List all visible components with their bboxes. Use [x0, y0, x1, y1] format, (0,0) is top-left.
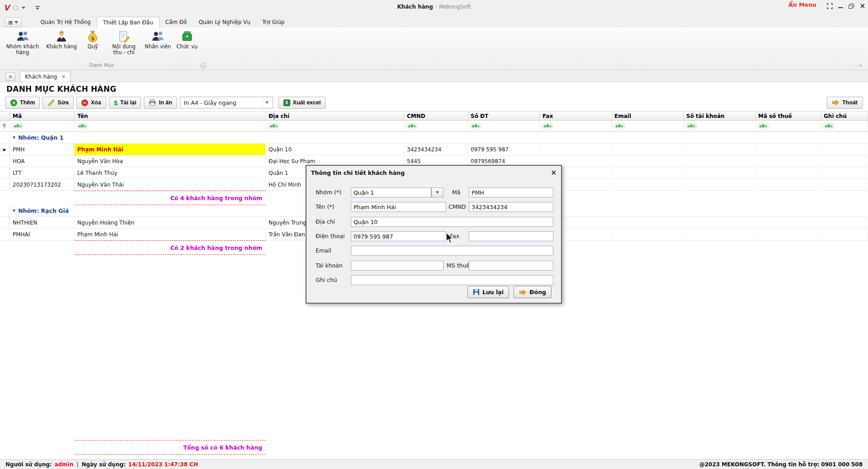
col-masothue[interactable]: Mã số thuế: [755, 112, 821, 120]
chevron-down-icon: ▼: [263, 98, 271, 107]
ribbon-tab-tro-giup[interactable]: Trợ Giúp: [256, 17, 291, 28]
filter-sodt[interactable]: aBc: [468, 121, 540, 131]
ribbon-item-quy[interactable]: $ Quỹ: [80, 29, 106, 50]
page-title: DANH MỤC KHÁCH HÀNG: [6, 84, 116, 94]
name-input[interactable]: [351, 202, 446, 212]
filter-sotaikhoan[interactable]: aBc: [684, 121, 755, 131]
minus-icon: −: [81, 99, 88, 106]
delete-button[interactable]: − Xóa: [76, 97, 106, 109]
auto-filter-icon: aBc: [542, 123, 553, 129]
filter-cmnd[interactable]: aBc: [404, 121, 468, 131]
filter-fax[interactable]: aBc: [540, 121, 612, 131]
quick-access-dropdown-icon[interactable]: [22, 7, 25, 9]
copyright-label: @2023 MEKONGSOFT. Thông tin hỗ trợ: 0901…: [699, 461, 863, 468]
ribbon-collapse-icon[interactable]: [858, 63, 863, 68]
filter-ma[interactable]: aBc: [10, 121, 75, 131]
ribbon-tab-cam-do[interactable]: Cầm Đồ: [160, 17, 193, 28]
export-excel-button[interactable]: X Xuất excel: [278, 97, 326, 109]
ribbon-item-chuc-vu[interactable]: Chức vụ: [174, 29, 200, 50]
hide-menu-link[interactable]: Ẩn Menu: [788, 1, 816, 8]
id-number-label: CMND: [448, 202, 466, 212]
date-value: 14/11/2023 1:47:38 CH: [128, 461, 198, 468]
group-collapse-icon[interactable]: ▼: [13, 209, 15, 213]
print-mode-select[interactable]: In A4 - Giấy ngang ▼: [180, 97, 273, 108]
col-ten[interactable]: Tên: [75, 112, 266, 120]
table-row[interactable]: ▶ PMH Phạm Minh Hải Quận 10 3423434234 0…: [0, 144, 868, 155]
ribbon-app-menu-button[interactable]: ▦: [5, 17, 22, 27]
customer-detail-dialog: Thông tin chi tiết khách hàng × Nhóm (*)…: [306, 165, 562, 304]
toolbar: + Thêm Sửa − Xóa $ Tải lại: [5, 96, 863, 109]
ribbon-tab-quan-tri-he-thong[interactable]: Quản Trị Hệ Thống: [34, 17, 96, 28]
window-title: Khách hàng- MekongSoft: [0, 4, 868, 10]
group-combo-input[interactable]: [351, 188, 431, 197]
filter-pin-cell[interactable]: [0, 121, 10, 131]
id-number-input[interactable]: [469, 202, 553, 212]
user-value: admin: [55, 461, 74, 468]
tax-code-input[interactable]: [469, 261, 553, 271]
tab-khach-hang[interactable]: Khách hàng ×: [20, 71, 71, 82]
tax-code-label: MS thuế: [447, 260, 470, 271]
filter-ghichu[interactable]: aBc: [821, 121, 868, 131]
add-button[interactable]: + Thêm: [5, 97, 40, 109]
close-window-icon[interactable]: ×: [859, 3, 865, 9]
address-input[interactable]: [351, 217, 553, 227]
col-ghichu[interactable]: Ghi chú: [821, 112, 868, 120]
fax-label: Fax: [450, 231, 459, 242]
save-button[interactable]: Lưu lại: [467, 286, 509, 298]
fax-input[interactable]: [469, 231, 553, 241]
group-count-label: Có 2 khách hàng trong nhóm: [75, 240, 266, 255]
print-button[interactable]: In ấn: [144, 97, 177, 109]
close-all-tabs-icon[interactable]: ×: [5, 72, 15, 81]
quick-access-icon[interactable]: [13, 5, 18, 10]
group-collapse-icon[interactable]: ▼: [13, 136, 15, 140]
name-label: Tên (*): [316, 202, 334, 212]
ribbon-group-dialog-icon[interactable]: [200, 63, 206, 69]
edit-button[interactable]: Sửa: [42, 97, 73, 109]
phone-label: Điện thoại: [316, 231, 344, 242]
group-combo-dropdown[interactable]: ▼: [431, 188, 443, 197]
auto-filter-icon: aBc: [758, 123, 769, 129]
phone-input[interactable]: [351, 231, 446, 241]
svg-text:$: $: [91, 36, 94, 42]
filter-diachi[interactable]: aBc: [266, 121, 404, 131]
ribbon-item-noi-dung-thu-chi[interactable]: Nội dung thu - chi: [106, 29, 142, 56]
auto-filter-icon: aBc: [614, 123, 625, 129]
col-diachi[interactable]: Địa chỉ: [266, 112, 404, 120]
close-arrow-icon: [519, 289, 527, 295]
document-tab-bar: × Khách hàng ×: [0, 70, 868, 82]
ribbon-item-khach-hang[interactable]: Khách hàng: [43, 29, 80, 50]
col-ma[interactable]: Mã: [10, 112, 75, 120]
app-window: V Khách hàng- MekongSoft Ẩn Menu × ▦ Quả…: [0, 0, 868, 469]
ribbon-tab-quan-ly-nghiep-vu[interactable]: Quản Lý Nghiệp Vụ: [193, 17, 256, 28]
exit-button[interactable]: Thoát: [827, 97, 863, 109]
col-cmnd[interactable]: CMND: [404, 112, 468, 120]
col-fax[interactable]: Fax: [540, 112, 612, 120]
dialog-close-icon[interactable]: ×: [551, 169, 557, 176]
code-label: Mã: [452, 187, 460, 198]
code-input[interactable]: [469, 188, 553, 197]
filter-email[interactable]: aBc: [612, 121, 684, 131]
col-sotaikhoan[interactable]: Số tài khoản: [684, 112, 755, 120]
note-input[interactable]: [351, 275, 553, 285]
dialog-titlebar[interactable]: Thông tin chi tiết khách hàng ×: [307, 166, 561, 179]
email-input[interactable]: [351, 246, 553, 256]
ribbon-item-nhom-khach-hang[interactable]: Nhóm khách hàng: [2, 29, 43, 56]
ribbon-tab-thiet-lap-ban-dau[interactable]: Thiết Lập Ban Đầu: [97, 17, 160, 28]
tab-close-icon[interactable]: ×: [61, 74, 66, 80]
col-sodt[interactable]: Số ĐT: [468, 112, 540, 120]
customize-toolbar-icon[interactable]: [35, 6, 40, 10]
group-header-quan1[interactable]: ▼Nhóm: Quận 1: [0, 132, 868, 144]
filter-masothue[interactable]: aBc: [755, 121, 821, 131]
fullscreen-icon[interactable]: [827, 3, 833, 9]
plus-icon: +: [10, 99, 17, 106]
reload-button[interactable]: $ Tải lại: [109, 97, 142, 109]
col-email[interactable]: Email: [612, 112, 684, 120]
ribbon-body: Nhóm khách hàng Khách hàng $: [0, 28, 868, 62]
account-input[interactable]: [351, 261, 443, 271]
ribbon-item-nhan-vien[interactable]: Nhân viên: [142, 29, 174, 50]
highlighted-name-cell: Phạm Minh Hải: [75, 144, 266, 155]
minimize-icon[interactable]: [838, 7, 843, 8]
filter-ten[interactable]: aBc: [75, 121, 266, 131]
restore-icon[interactable]: [849, 4, 854, 9]
close-dialog-button[interactable]: Đóng: [514, 286, 552, 298]
